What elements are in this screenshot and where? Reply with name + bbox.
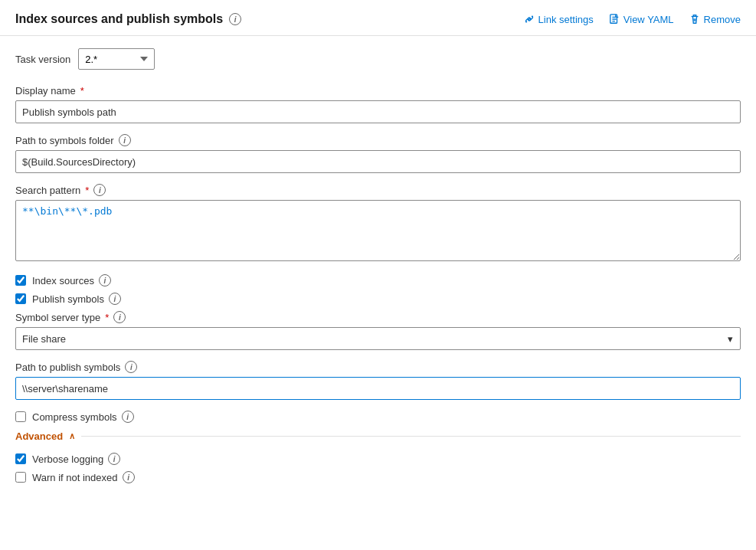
page-title: Index sources and publish symbols i [15, 12, 241, 26]
header-actions: Link settings View YAML Remove [524, 14, 741, 25]
view-yaml-label: View YAML [623, 14, 674, 25]
advanced-section: Advanced ∧ Verbose logging i Warn if not… [15, 431, 741, 483]
path-publish-symbols-label: Path to publish symbols i [15, 361, 741, 373]
warn-not-indexed-checkbox[interactable] [15, 472, 26, 483]
path-symbols-folder-input[interactable] [15, 150, 741, 173]
task-version-label: Task version [15, 54, 70, 65]
remove-icon [689, 14, 700, 25]
link-icon [524, 14, 535, 25]
path-publish-symbols-group: Path to publish symbols i [15, 361, 741, 400]
publish-symbols-row: Publish symbols i [15, 293, 741, 305]
compress-symbols-label: Compress symbols i [32, 411, 134, 423]
path-symbols-folder-info-icon[interactable]: i [119, 134, 131, 146]
link-settings-button[interactable]: Link settings [524, 14, 594, 25]
index-sources-info-icon[interactable]: i [99, 274, 111, 286]
link-settings-label: Link settings [538, 14, 594, 25]
warn-not-indexed-row: Warn if not indexed i [15, 471, 741, 483]
symbol-server-type-label: Symbol server type * i [15, 311, 741, 323]
task-version-wrapper: 2.* 1.* [78, 48, 155, 70]
advanced-chevron-icon[interactable]: ∧ [69, 431, 75, 441]
publish-symbols-label: Publish symbols i [32, 293, 121, 305]
compress-symbols-info-icon[interactable]: i [122, 411, 134, 423]
remove-button[interactable]: Remove [689, 14, 741, 25]
task-version-select[interactable]: 2.* 1.* [78, 48, 155, 70]
symbol-server-type-required: * [105, 312, 109, 323]
symbol-server-type-group: Symbol server type * i File share Azure … [15, 311, 741, 350]
verbose-logging-label: Verbose logging i [32, 453, 120, 465]
search-pattern-textarea[interactable]: **\bin\**\*.pdb [15, 200, 741, 261]
compress-symbols-row: Compress symbols i [15, 411, 741, 423]
remove-label: Remove [704, 14, 741, 25]
verbose-logging-checkbox[interactable] [15, 453, 26, 464]
path-symbols-folder-label: Path to symbols folder i [15, 134, 741, 146]
search-pattern-label: Search pattern * i [15, 184, 741, 196]
display-name-required: * [80, 85, 84, 97]
advanced-header: Advanced ∧ [15, 431, 741, 442]
verbose-logging-row: Verbose logging i [15, 453, 741, 465]
path-publish-symbols-info-icon[interactable]: i [125, 361, 137, 373]
index-sources-row: Index sources i [15, 274, 741, 286]
symbol-server-type-wrapper: File share Azure Artifacts ▾ [15, 327, 741, 350]
display-name-group: Display name * [15, 85, 741, 123]
symbol-server-type-info-icon[interactable]: i [113, 311, 126, 323]
view-yaml-button[interactable]: View YAML [609, 14, 674, 25]
title-text: Index sources and publish symbols [15, 12, 223, 26]
index-sources-checkbox[interactable] [15, 275, 26, 286]
display-name-input[interactable] [15, 100, 741, 123]
page-header: Index sources and publish symbols i Link… [0, 0, 756, 36]
warn-not-indexed-label: Warn if not indexed i [32, 471, 135, 483]
search-pattern-group: Search pattern * i **\bin\**\*.pdb [15, 184, 741, 264]
index-sources-label: Index sources i [32, 274, 111, 286]
form-content: Task version 2.* 1.* Display name * Path… [0, 36, 756, 502]
publish-symbols-info-icon[interactable]: i [109, 293, 121, 305]
yaml-icon [609, 14, 620, 25]
path-publish-symbols-input[interactable] [15, 377, 741, 400]
path-symbols-folder-group: Path to symbols folder i [15, 134, 741, 173]
title-info-icon[interactable]: i [229, 13, 241, 25]
symbol-server-type-select[interactable]: File share Azure Artifacts [15, 327, 741, 350]
advanced-title: Advanced [15, 431, 63, 442]
verbose-logging-info-icon[interactable]: i [108, 453, 120, 465]
search-pattern-info-icon[interactable]: i [93, 184, 106, 196]
task-version-row: Task version 2.* 1.* [15, 48, 741, 70]
display-name-label: Display name * [15, 85, 741, 97]
publish-symbols-checkbox[interactable] [15, 293, 26, 304]
compress-symbols-checkbox[interactable] [15, 411, 26, 422]
advanced-divider [81, 436, 741, 437]
search-pattern-required: * [85, 185, 89, 196]
warn-not-indexed-info-icon[interactable]: i [123, 471, 135, 483]
